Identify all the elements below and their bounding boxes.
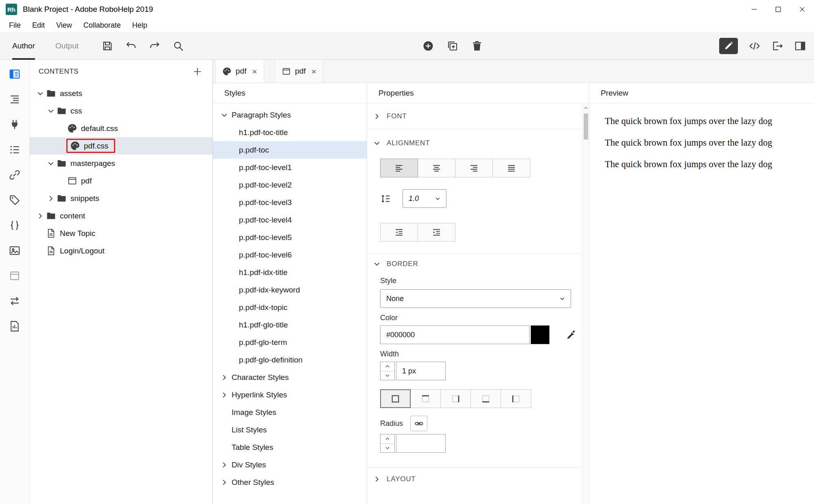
- tree-item-snippets[interactable]: snippets: [30, 190, 212, 207]
- tree-item-default-css[interactable]: default.css: [30, 120, 212, 137]
- tab-close-icon[interactable]: ×: [311, 67, 316, 76]
- expander-chevron-right-icon[interactable]: [35, 212, 45, 220]
- scroll-up-icon[interactable]: [582, 104, 589, 112]
- style-item-h1-pdf-idx-title[interactable]: h1.pdf-idx-title: [213, 264, 367, 281]
- menu-help[interactable]: Help: [127, 21, 153, 30]
- border-style-select[interactable]: None: [380, 289, 571, 308]
- style-item-character-styles[interactable]: Character Styles: [213, 369, 367, 386]
- tree-item-assets[interactable]: assets: [30, 85, 212, 102]
- stepper-down-button[interactable]: [381, 444, 394, 453]
- style-item-p-pdf-toc-level2[interactable]: p.pdf-toc-level2: [213, 176, 367, 194]
- border-left-button[interactable]: [501, 389, 531, 408]
- search-button[interactable]: [172, 40, 184, 52]
- style-item-p-pdf-glo-term[interactable]: p.pdf-glo-term: [213, 334, 367, 351]
- section-alignment[interactable]: ALIGNMENT: [367, 129, 581, 157]
- add-item-button[interactable]: [192, 66, 203, 77]
- align-justify-button[interactable]: [492, 159, 530, 177]
- section-border[interactable]: BORDER: [367, 254, 581, 274]
- rail-item-connections[interactable]: [0, 112, 30, 137]
- style-item-h1-pdf-toc-title[interactable]: h1.pdf-toc-title: [213, 124, 367, 141]
- expander-chevron-down-icon[interactable]: [46, 107, 56, 115]
- style-item-p-pdf-toc-level4[interactable]: p.pdf-toc-level4: [213, 211, 367, 229]
- align-left-button[interactable]: [380, 159, 418, 177]
- rail-item-media[interactable]: [0, 238, 30, 263]
- tree-item-pdf[interactable]: pdf: [30, 172, 212, 190]
- align-right-button[interactable]: [455, 159, 493, 177]
- indent-decrease-button[interactable]: [380, 223, 418, 242]
- tree-item-masterpages[interactable]: masterpages: [30, 155, 212, 172]
- style-item-hyperlink-styles[interactable]: Hyperlink Styles: [213, 386, 367, 404]
- source-code-button[interactable]: [748, 40, 761, 52]
- line-spacing-select[interactable]: 1.0: [403, 189, 446, 208]
- section-font[interactable]: FONT: [367, 104, 581, 129]
- menu-file[interactable]: File: [3, 21, 26, 30]
- rail-item-tags[interactable]: [0, 188, 30, 213]
- align-center-button[interactable]: [418, 159, 455, 177]
- style-item-image-styles[interactable]: Image Styles: [213, 404, 367, 421]
- style-item-p-pdf-idx-keyword[interactable]: p.pdf-idx-keyword: [213, 281, 367, 299]
- tree-item-css[interactable]: css: [30, 102, 212, 120]
- edit-pencil-button[interactable]: [719, 38, 738, 54]
- scrollbar-thumb[interactable]: [584, 113, 588, 140]
- menu-view[interactable]: View: [50, 21, 78, 30]
- rail-item-index[interactable]: [0, 137, 30, 162]
- style-item-p-pdf-idx-topic[interactable]: p.pdf-idx-topic: [213, 299, 367, 316]
- rail-item-contents[interactable]: [0, 61, 30, 87]
- expander-chevron-down-icon[interactable]: [46, 159, 56, 168]
- rail-item-references[interactable]: [0, 162, 30, 188]
- properties-scrollbar[interactable]: [582, 104, 589, 504]
- mode-tab-output[interactable]: Output: [55, 32, 79, 60]
- style-item-p-pdf-toc-level5[interactable]: p.pdf-toc-level5: [213, 229, 367, 246]
- radius-link-button[interactable]: [410, 416, 427, 431]
- menu-collaborate[interactable]: Collaborate: [78, 21, 127, 30]
- save-button[interactable]: [101, 40, 114, 52]
- stepper-up-button[interactable]: [381, 362, 394, 371]
- export-button[interactable]: [771, 40, 783, 52]
- border-radius-stepper[interactable]: [380, 434, 395, 453]
- stepper-down-button[interactable]: [381, 371, 394, 380]
- toggle-panel-button[interactable]: [794, 40, 806, 52]
- style-item-div-styles[interactable]: Div Styles: [213, 456, 367, 473]
- rail-item-reports[interactable]: [0, 314, 30, 339]
- style-item-p-pdf-toc[interactable]: p.pdf-toc: [213, 141, 367, 159]
- rail-item-redirects[interactable]: [0, 288, 30, 314]
- border-bottom-button[interactable]: [470, 389, 501, 408]
- tree-item-new-topic[interactable]: New Topic: [30, 225, 212, 242]
- expander-chevron-right-icon[interactable]: [219, 391, 229, 399]
- menu-edit[interactable]: Edit: [26, 21, 50, 30]
- style-item-p-pdf-glo-definition[interactable]: p.pdf-glo-definition: [213, 351, 367, 369]
- tab-close-icon[interactable]: ×: [252, 67, 257, 76]
- close-button[interactable]: [790, 0, 814, 19]
- border-radius-input[interactable]: [396, 434, 446, 453]
- document-tab-pdf-1[interactable]: pdf×: [215, 60, 264, 83]
- rail-item-toc[interactable]: [0, 87, 30, 112]
- section-layout[interactable]: LAYOUT: [367, 468, 581, 491]
- mode-tab-author[interactable]: Author: [12, 32, 35, 60]
- style-item-other-styles[interactable]: Other Styles: [213, 473, 367, 491]
- border-right-button[interactable]: [440, 389, 471, 408]
- border-width-stepper[interactable]: [380, 362, 395, 380]
- style-item-h1-pdf-glo-title[interactable]: h1.pdf-glo-title: [213, 316, 367, 334]
- border-width-input[interactable]: 1 px: [396, 362, 446, 380]
- style-item-paragraph-styles[interactable]: Paragraph Styles: [213, 106, 367, 124]
- undo-button[interactable]: [125, 40, 137, 52]
- indent-increase-button[interactable]: [418, 223, 455, 242]
- maximize-button[interactable]: [766, 0, 790, 19]
- add-button[interactable]: [422, 40, 434, 52]
- expander-chevron-down-icon[interactable]: [219, 111, 229, 119]
- expander-chevron-right-icon[interactable]: [46, 194, 56, 203]
- tree-item-pdf-css[interactable]: pdf.css: [30, 137, 212, 155]
- delete-button[interactable]: [471, 40, 483, 52]
- duplicate-button[interactable]: [446, 40, 459, 52]
- minimize-button[interactable]: [742, 0, 766, 19]
- expander-chevron-right-icon[interactable]: [219, 461, 229, 469]
- style-item-p-pdf-toc-level3[interactable]: p.pdf-toc-level3: [213, 194, 367, 211]
- expander-chevron-right-icon[interactable]: [219, 478, 229, 487]
- redo-button[interactable]: [149, 40, 161, 52]
- border-all-button[interactable]: [380, 389, 411, 408]
- rail-item-masterpages[interactable]: [0, 263, 30, 288]
- expander-chevron-right-icon[interactable]: [219, 373, 229, 382]
- tree-item-content[interactable]: content: [30, 207, 212, 225]
- eyedropper-icon[interactable]: [566, 329, 577, 340]
- style-item-p-pdf-toc-level1[interactable]: p.pdf-toc-level1: [213, 159, 367, 176]
